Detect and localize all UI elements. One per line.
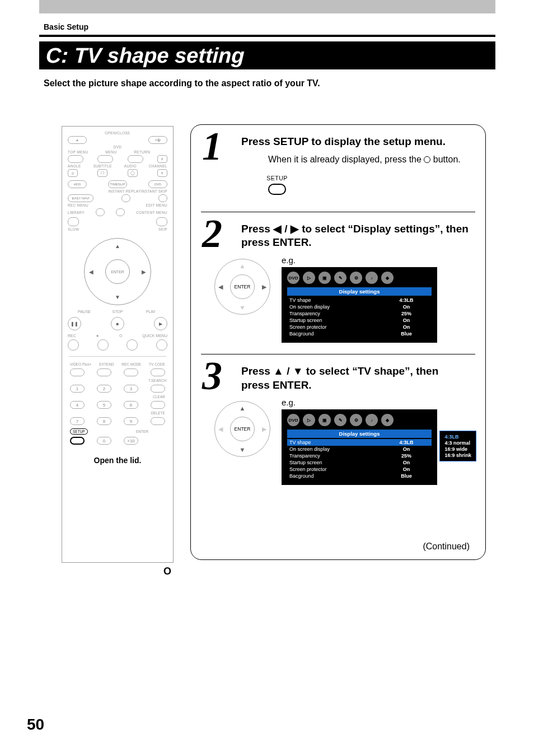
osd-icon: ♪ (366, 414, 378, 426)
step-body-text: button. (430, 155, 460, 164)
remote-label: QUICK MENU (142, 334, 167, 338)
num-2-button: 2 (97, 385, 111, 393)
remote-button (128, 155, 143, 163)
osd-row: On screen displayOn (287, 304, 432, 310)
arrow-right-icon: ▶ (262, 426, 266, 433)
osd-row: Startup screenOn (287, 459, 432, 466)
remote-label: AUDIO (124, 164, 137, 168)
step-title: Press ◀ / ▶ to select “Display settings”… (241, 222, 470, 250)
remote-label: REC (68, 334, 76, 338)
osd-icon: ◆ (381, 414, 394, 426)
remote-button (70, 368, 85, 376)
title-bar: C: TV shape setting (39, 41, 495, 69)
step-2: 2 Press ◀ / ▶ to select “Display setting… (191, 212, 485, 354)
remote-label: CONTENT MENU (136, 211, 167, 214)
remote-label: SKIP (158, 227, 167, 231)
osd-row: Transparency25% (287, 310, 432, 317)
arrow-up-icon: ▲ (115, 243, 120, 249)
remote-label: RETURN (134, 150, 150, 154)
remote-label: O (119, 334, 122, 338)
dpad: ▲ ▼ ◀ ▶ ENTER (84, 238, 151, 305)
osd-row: Screen protectorOn (287, 324, 432, 330)
osd-settings-table: TV shape4:3LB On screen displayOn Transp… (287, 439, 432, 479)
remote-label: LIBRARY (68, 211, 85, 214)
angle-icon: ⎚ (68, 169, 78, 177)
arrow-left-icon: ◀ (218, 283, 223, 291)
remote-ring-callout: O (163, 566, 171, 577)
remote-label: DELETE (148, 411, 165, 415)
osd-heading: Display settings (287, 430, 432, 438)
remote-button (96, 208, 105, 216)
instant-replay-icon (121, 194, 130, 202)
remote-button (124, 368, 138, 376)
osd-icon: ✎ (334, 414, 346, 426)
arrow-down-icon: ▼ (240, 446, 246, 453)
remote-label: REC MENU (68, 203, 88, 207)
remote-label: SLOW (68, 227, 79, 231)
hdd-button: HDD (68, 180, 87, 188)
header-gray-strip (39, 0, 495, 13)
popup-option-selected: 4:3LB (444, 434, 471, 440)
setup-button-shape (268, 184, 286, 195)
enter-button: ENTER (105, 259, 130, 284)
tv-shape-popup: 4:3LB 4:3 normal 16:9 wide 16:9 shrink (439, 431, 476, 461)
eg-label: e.g. (282, 398, 437, 407)
library-button (68, 217, 79, 226)
ring-icon (424, 156, 430, 163)
osd-icon-row: DVD ▷ ▣ ✎ ⚙ ♪ ◆ (287, 272, 432, 284)
num-5-button: 5 (97, 401, 111, 409)
osd-icon: ⚙ (350, 272, 362, 284)
remote-button (151, 385, 165, 393)
star-button (97, 339, 109, 351)
easy-navi-button: EASY NAVI (68, 194, 93, 202)
osd-row: On screen displayOn (287, 446, 432, 452)
dpad-horizontal-diagram: ▲ ▼ ◀ ▶ ENTER (214, 259, 270, 315)
step-3: 3 Press ▲ / ▼ to select “TV shape”, then… (191, 354, 485, 496)
remote-button (151, 401, 165, 409)
step-number: 3 (202, 356, 222, 396)
remote-label: CLEAR (148, 395, 165, 399)
page-subtitle: Select the picture shape according to th… (44, 78, 320, 88)
osd-icon: ▷ (303, 414, 315, 426)
dvd-mode-button: DVD (148, 180, 167, 188)
step-1: 1 Press SETUP to display the setup menu.… (191, 125, 485, 212)
remote-label: STOP (101, 310, 134, 314)
osd-icon: DVD (287, 272, 299, 284)
page-title: C: TV shape setting (45, 44, 245, 68)
divider (69, 356, 166, 357)
remote-label: CHANNEL (149, 164, 167, 168)
remote-label: VIDEO Plus+ (70, 362, 91, 366)
numpad-area: VIDEO Plus+ EXTEND REC MODE TV CODE T.SE… (70, 362, 165, 445)
arrow-up-icon: ▲ (240, 405, 246, 412)
arrow-left-icon: ◀ (89, 269, 93, 275)
page-number: 50 (27, 716, 44, 734)
channel-down-icon: ∨ (157, 169, 167, 177)
remote-label: DVD (68, 145, 167, 149)
enter-button: ENTER (230, 274, 255, 299)
osd-icon: ✎ (334, 272, 346, 284)
content-menu-button (156, 217, 167, 226)
remote-label: ★ (96, 334, 99, 338)
step-body: When it is already displayed, press the … (268, 155, 470, 165)
step-title: Press SETUP to display the setup menu. (241, 135, 470, 149)
popup-option: 16:9 wide (444, 446, 471, 452)
osd-row: TV shape4:3LB (287, 297, 432, 304)
channel-up-icon: ∧ (157, 155, 167, 163)
remote-button (68, 155, 83, 163)
remote-illustration: OPEN/CLOSE ▲ I/⏻ DVD TOP MENU MENU RETUR… (62, 126, 174, 563)
arrow-right-icon: ▶ (142, 269, 146, 275)
remote-label: TOP MENU (68, 150, 88, 154)
remote-label: OPEN/CLOSE (68, 131, 167, 135)
remote-label: ENTER (136, 430, 148, 433)
osd-row-selected: TV shape4:3LB (287, 439, 432, 446)
pause-icon: ❚❚ (68, 317, 81, 330)
num-4-button: 4 (70, 401, 85, 409)
osd-row: BacgroundBlue (287, 330, 432, 337)
arrow-right-icon: ▶ (262, 283, 266, 291)
timeslip-button: TIMESLIP (108, 180, 127, 188)
remote-label: PAUSE (68, 310, 101, 314)
osd-icon: ▣ (318, 414, 331, 426)
osd-icon: ⚙ (350, 414, 362, 426)
num-8-button: 8 (97, 417, 111, 425)
num-6-button: 6 (124, 401, 138, 409)
